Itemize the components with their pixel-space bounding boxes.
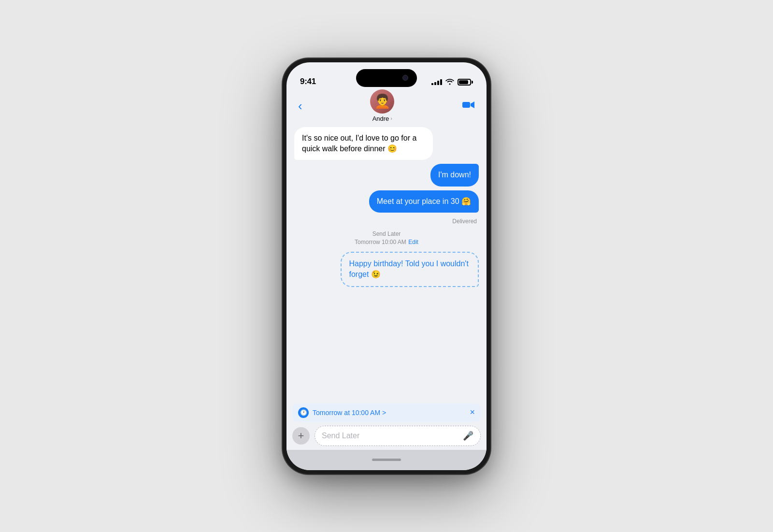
messages-area: It's so nice out, I'd love to go for a q… — [286, 121, 487, 400]
contact-chevron-icon: › — [390, 115, 392, 121]
message-row-outgoing-1: I'm down! — [294, 164, 479, 186]
schedule-pill-left: 🕐 Tomorrow at 10:00 AM > — [298, 407, 386, 418]
outgoing-bubble-small: I'm down! — [430, 164, 479, 186]
send-later-time: Tomorrow 10:00 AM — [355, 239, 406, 245]
video-call-button[interactable] — [462, 100, 475, 112]
keyboard-bar — [286, 450, 487, 470]
camera-dot — [402, 75, 408, 81]
mic-icon[interactable]: 🎤 — [463, 431, 473, 441]
message-row-incoming: It's so nice out, I'd love to go for a q… — [294, 127, 479, 160]
signal-bar-3 — [437, 81, 439, 85]
outgoing-message-text-1: I'm down! — [438, 171, 471, 179]
back-button[interactable]: ‹ — [298, 100, 302, 112]
status-icons — [431, 78, 473, 86]
scheduled-bubble: Happy birthday! Told you I wouldn't forg… — [341, 252, 479, 287]
wifi-icon — [445, 78, 454, 86]
contact-avatar: 🧑‍🦱 — [370, 89, 394, 114]
svg-rect-0 — [462, 102, 470, 108]
message-input-placeholder: Send Later — [322, 431, 359, 440]
scene: 9:41 — [217, 49, 556, 484]
delivered-label: Delivered — [294, 218, 479, 225]
clock-icon: 🕐 — [298, 407, 309, 418]
signal-bar-4 — [440, 79, 442, 85]
nav-center[interactable]: 🧑‍🦱 Andre › — [370, 89, 394, 122]
dynamic-island — [356, 69, 417, 87]
battery-icon — [458, 79, 473, 86]
signal-bar-1 — [431, 83, 433, 85]
status-time: 9:41 — [300, 77, 316, 86]
incoming-bubble: It's so nice out, I'd love to go for a q… — [294, 127, 433, 160]
outgoing-message-text-2: Meet at your place in 30 🤗 — [377, 197, 471, 205]
outgoing-bubble-main: Meet at your place in 30 🤗 — [369, 190, 479, 213]
signal-bar-2 — [434, 82, 436, 85]
message-input-wrap[interactable]: Send Later 🎤 — [315, 426, 481, 446]
schedule-close-button[interactable]: × — [470, 407, 475, 417]
keyboard-hint — [372, 459, 401, 461]
send-later-edit-button[interactable]: Edit — [408, 239, 418, 245]
signal-bars-icon — [431, 79, 442, 85]
schedule-pill[interactable]: 🕐 Tomorrow at 10:00 AM > × — [292, 403, 481, 422]
schedule-time-text: Tomorrow at 10:00 AM > — [313, 409, 386, 417]
message-row-outgoing-2: Meet at your place in 30 🤗 — [294, 190, 479, 213]
scheduled-message-text: Happy birthday! Told you I wouldn't forg… — [349, 259, 469, 278]
message-row-scheduled: Happy birthday! Told you I wouldn't forg… — [294, 252, 479, 287]
input-row: + Send Later 🎤 — [292, 426, 481, 446]
phone-screen: 9:41 — [286, 62, 487, 470]
add-button[interactable]: + — [292, 427, 310, 445]
send-later-info: Send Later Tomorrow 10:00 AM Edit — [294, 230, 479, 246]
input-section: 🕐 Tomorrow at 10:00 AM > × + Send Later … — [286, 400, 487, 450]
avatar-memoji: 🧑‍🦱 — [374, 95, 391, 108]
nav-bar: ‹ 🧑‍🦱 Andre › — [286, 90, 487, 121]
send-later-label: Send Later — [294, 230, 479, 237]
incoming-message-text: It's so nice out, I'd love to go for a q… — [302, 134, 416, 153]
phone-frame: 9:41 — [283, 58, 490, 474]
